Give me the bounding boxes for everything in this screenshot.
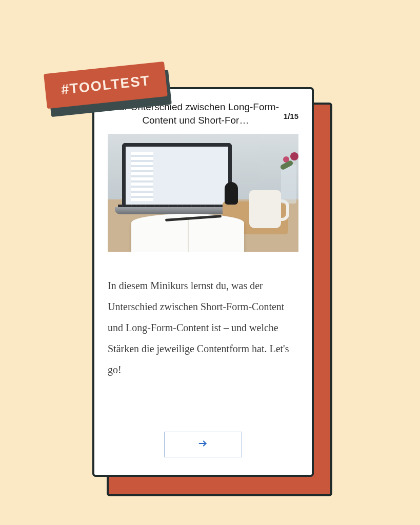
tag-label: #TOOLTEST bbox=[61, 72, 151, 97]
lesson-body: In diesem Minikurs lernst du, was der Un… bbox=[108, 275, 298, 380]
lesson-hero-image bbox=[108, 134, 298, 252]
lesson-card: Der Unterschied zwischen Long-Form-Conte… bbox=[92, 87, 314, 477]
next-button[interactable] bbox=[164, 432, 242, 457]
arrow-right-icon bbox=[197, 438, 209, 451]
lesson-counter: 1/15 bbox=[284, 100, 298, 120]
